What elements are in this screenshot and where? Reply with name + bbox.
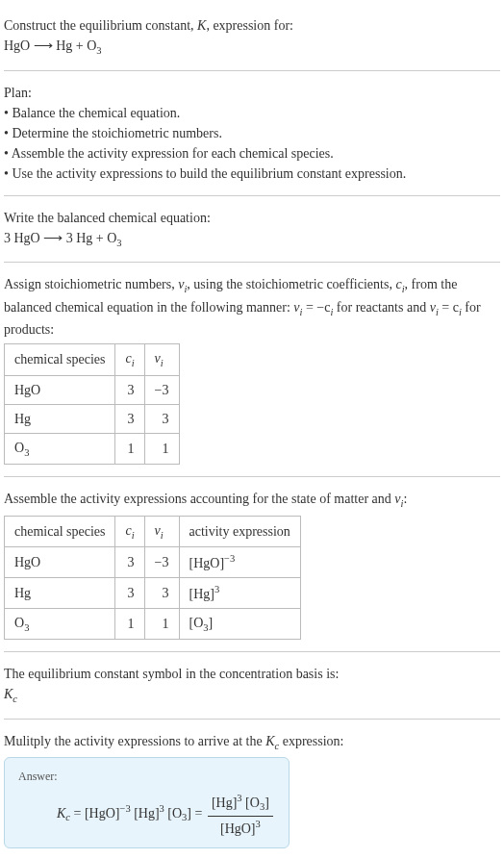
cell-species: O3 <box>5 608 115 640</box>
plan-bullet-4: • Use the activity expressions to build … <box>4 164 500 184</box>
cell-ci: 3 <box>115 375 144 404</box>
symbol-text: The equilibrium constant symbol in the c… <box>4 664 500 684</box>
table-header-activity: activity expression <box>179 516 300 547</box>
header-text-1: Construct the equilibrium constant, <box>4 18 197 33</box>
assemble-section: Assemble the activity expressions accoun… <box>4 481 500 647</box>
divider <box>4 651 500 652</box>
table-row: O3 1 1 <box>5 433 180 465</box>
table-header-species: chemical species <box>5 516 115 547</box>
cell-nui: −3 <box>144 547 179 578</box>
cell-activity: [O3] <box>179 608 300 640</box>
table-row: chemical species ci νi activity expressi… <box>5 516 301 547</box>
stoich-table: chemical species ci νi HgO 3 −3 Hg 3 3 O… <box>4 343 180 465</box>
answer-box: Answer: Kc = [HgO]−3 [Hg]3 [O3] = [Hg]3 … <box>4 757 290 848</box>
cell-nui: 3 <box>144 404 179 433</box>
cell-ci: 3 <box>115 404 144 433</box>
activity-table: chemical species ci νi activity expressi… <box>4 516 301 640</box>
table-row: HgO 3 −3 [HgO]−3 <box>5 547 301 578</box>
cell-species: Hg <box>5 404 115 433</box>
divider <box>4 262 500 263</box>
answer-label: Answer: <box>18 768 275 785</box>
cell-ci: 1 <box>115 433 144 465</box>
divider <box>4 70 500 71</box>
table-header-nui: νi <box>144 344 179 376</box>
assemble-text-1: Assemble the activity expressions accoun… <box>4 492 394 506</box>
balanced-eq-sub: 3 <box>116 237 121 247</box>
cell-nui: −3 <box>144 375 179 404</box>
table-header-ci: ci <box>115 344 144 376</box>
header-section: Construct the equilibrium constant, K, e… <box>4 8 500 66</box>
cell-ci: 1 <box>115 608 144 640</box>
multiply-K: K <box>265 734 274 748</box>
multiply-text-2: expression: <box>279 734 343 748</box>
table-row: HgO 3 −3 <box>5 375 180 404</box>
table-row: O3 1 1 [O3] <box>5 608 301 640</box>
cell-ci: 3 <box>115 578 144 609</box>
assign-section: Assign stoichiometric numbers, νi, using… <box>4 266 500 472</box>
table-row: chemical species ci νi <box>5 344 180 376</box>
assign-text-4: for reactants and <box>333 300 429 315</box>
cell-species: O3 <box>5 433 115 465</box>
assign-text-2: , using the stoichiometric coefficients, <box>187 277 395 291</box>
symbol-section: The equilibrium constant symbol in the c… <box>4 656 500 715</box>
divider <box>4 476 500 477</box>
Kc-symbol: K <box>4 687 13 701</box>
multiply-section: Mulitply the activity expressions to arr… <box>4 723 500 856</box>
cell-nui: 1 <box>144 433 179 465</box>
plan-section: Plan: • Balance the chemical equation. •… <box>4 75 500 191</box>
answer-fraction: [Hg]3 [O3][HgO]3 <box>208 791 273 838</box>
table-header-nui: νi <box>144 516 179 547</box>
table-header-species: chemical species <box>5 344 115 376</box>
cell-species: HgO <box>5 375 115 404</box>
plan-title: Plan: <box>4 83 500 103</box>
table-row: Hg 3 3 <box>5 404 180 433</box>
table-row: Hg 3 3 [Hg]3 <box>5 578 301 609</box>
Kc-sub: c <box>13 694 17 704</box>
multiply-text-1: Mulitply the activity expressions to arr… <box>4 734 265 748</box>
cell-nui: 1 <box>144 608 179 640</box>
assign-eq1b: = −c <box>302 300 330 315</box>
balanced-equation: 3 HgO ⟶ 3 Hg + O <box>4 231 116 245</box>
header-text-1b: , expression for: <box>206 18 293 33</box>
plan-bullet-2: • Determine the stoichiometric numbers. <box>4 123 500 143</box>
cell-species: Hg <box>5 578 115 609</box>
plan-bullet-3: • Assemble the activity expression for e… <box>4 143 500 164</box>
header-equation: HgO ⟶ Hg + O <box>4 38 96 53</box>
assign-text-1: Assign stoichiometric numbers, <box>4 277 178 291</box>
divider <box>4 719 500 720</box>
assign-eq2b: = c <box>439 300 459 315</box>
divider <box>4 195 500 196</box>
balanced-section: Write the balanced chemical equation: 3 … <box>4 200 500 259</box>
cell-activity: [Hg]3 <box>179 578 300 609</box>
plan-bullet-1: • Balance the chemical equation. <box>4 103 500 123</box>
cell-activity: [HgO]−3 <box>179 547 300 578</box>
K-symbol: K <box>197 18 206 33</box>
cell-ci: 3 <box>115 547 144 578</box>
table-header-ci: ci <box>115 516 144 547</box>
cell-nui: 3 <box>144 578 179 609</box>
cell-species: HgO <box>5 547 115 578</box>
assemble-text-2: : <box>403 492 407 506</box>
answer-equation: Kc = [HgO]−3 [Hg]3 [O3] = [Hg]3 [O3][HgO… <box>18 791 275 838</box>
header-eq-sub: 3 <box>96 45 101 56</box>
balanced-title: Write the balanced chemical equation: <box>4 208 500 228</box>
